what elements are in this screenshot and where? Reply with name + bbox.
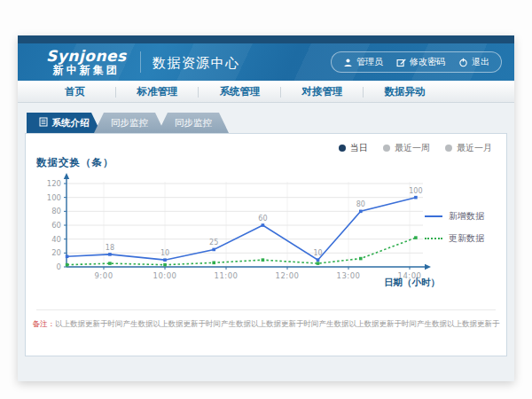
svg-text:12:00: 12:00 <box>276 271 300 280</box>
tab-sync-monitor-2[interactable]: 同步监控 <box>158 113 229 133</box>
footnote-label: 备注： <box>33 319 56 328</box>
svg-text:10: 10 <box>160 249 169 257</box>
admin-user-label: 管理员 <box>356 56 383 68</box>
radio-dot-icon <box>383 145 390 152</box>
top-strip <box>18 35 514 43</box>
svg-text:10: 10 <box>313 249 322 257</box>
footnote-text: 以上数据更新于时间产生数据以上数据更新于时间产生数据以上数据更新于时间产生数据以… <box>55 319 500 328</box>
line-chart: 0204060801001209:0010:0011:0012:0013:001… <box>33 171 442 295</box>
page-title: 数据资源中心 <box>153 55 240 72</box>
nav-item-home[interactable]: 首页 <box>34 85 116 98</box>
time-range-label: 最近一周 <box>395 142 430 154</box>
svg-text:80: 80 <box>51 207 61 215</box>
svg-text:10:00: 10:00 <box>153 271 177 280</box>
svg-text:日期（小时）: 日期（小时） <box>384 277 440 288</box>
svg-text:60: 60 <box>258 215 267 223</box>
legend-item-new-data: 新增数据 <box>425 210 496 223</box>
document-icon <box>39 117 48 129</box>
power-icon <box>458 58 468 67</box>
logo-wordmark: Synjones <box>46 48 127 65</box>
edit-icon <box>396 58 406 67</box>
svg-text:100: 100 <box>409 187 422 195</box>
svg-text:18: 18 <box>106 244 114 252</box>
time-range-label: 当日 <box>350 142 368 154</box>
legend-label: 更新数据 <box>449 232 484 245</box>
logout-label: 退出 <box>472 56 489 68</box>
svg-text:60: 60 <box>51 221 61 230</box>
time-range-label: 最近一月 <box>457 142 492 154</box>
admin-user-button[interactable]: 管理员 <box>343 56 383 68</box>
time-range-option[interactable]: 当日 <box>339 142 368 154</box>
nav-item-system-mgmt[interactable]: 系统管理 <box>199 85 281 98</box>
logout-button[interactable]: 退出 <box>458 56 489 68</box>
time-range-option[interactable]: 最近一周 <box>383 142 430 154</box>
svg-text:13:00: 13:00 <box>337 271 361 280</box>
change-password-button[interactable]: 修改密码 <box>396 56 445 68</box>
header-divider <box>140 51 141 73</box>
main-nav: 首页 标准管理 系统管理 对接管理 数据异动 <box>18 81 514 103</box>
solid-line-icon <box>425 215 442 217</box>
page-background: Synjones 新中新集团 数据资源中心 管理员 修改密码 <box>0 0 532 399</box>
user-menu: 管理员 修改密码 退出 <box>331 51 502 73</box>
tab-bar: 系统介绍 同步监控 同步监控 <box>27 113 229 133</box>
nav-item-docking-mgmt[interactable]: 对接管理 <box>281 85 364 98</box>
content-area: 系统介绍 同步监控 同步监控 当日 最近一周 <box>18 103 514 382</box>
svg-text:20: 20 <box>51 248 61 257</box>
radio-dot-icon <box>339 145 346 152</box>
dotted-line-icon <box>425 238 442 239</box>
app-window: Synjones 新中新集团 数据资源中心 管理员 修改密码 <box>18 35 514 381</box>
tab-sync-monitor-1[interactable]: 同步监控 <box>94 113 165 133</box>
nav-item-data-change[interactable]: 数据异动 <box>364 85 446 98</box>
y-axis-title: 数据交换（条） <box>36 156 114 169</box>
svg-text:9:00: 9:00 <box>94 271 113 280</box>
legend-item-updated-data: 更新数据 <box>425 232 496 245</box>
change-password-label: 修改密码 <box>410 56 445 68</box>
nav-item-standard-mgmt[interactable]: 标准管理 <box>116 85 199 98</box>
note-divider <box>36 309 496 310</box>
time-range-option[interactable]: 最近一月 <box>445 142 492 154</box>
logo: Synjones 新中新集团 <box>46 48 127 76</box>
tab-label: 同步监控 <box>175 117 212 129</box>
svg-text:25: 25 <box>209 239 218 246</box>
tab-system-intro[interactable]: 系统介绍 <box>27 113 101 133</box>
app-header: Synjones 新中新集团 数据资源中心 管理员 修改密码 <box>18 43 514 81</box>
svg-text:40: 40 <box>51 235 61 244</box>
svg-text:80: 80 <box>356 200 365 208</box>
svg-text:11:00: 11:00 <box>215 271 239 280</box>
chart-panel: 当日 最近一周 最近一月 数据交换（条） 0204060801001209:00… <box>25 133 507 356</box>
tab-label: 同步监控 <box>111 117 148 129</box>
svg-text:120: 120 <box>47 179 61 188</box>
tab-label: 系统介绍 <box>52 117 90 129</box>
svg-text:100: 100 <box>47 193 61 202</box>
footnote: 备注：以上数据更新于时间产生数据以上数据更新于时间产生数据以上数据更新于时间产生… <box>26 319 506 330</box>
user-icon <box>343 58 353 67</box>
chart-legend: 新增数据 更新数据 <box>425 210 496 254</box>
radio-dot-icon <box>445 145 452 152</box>
legend-label: 新增数据 <box>449 210 484 223</box>
svg-text:0: 0 <box>57 262 61 271</box>
logo-subtitle: 新中新集团 <box>46 65 127 76</box>
time-range-filter: 当日 最近一周 最近一月 <box>339 142 492 154</box>
